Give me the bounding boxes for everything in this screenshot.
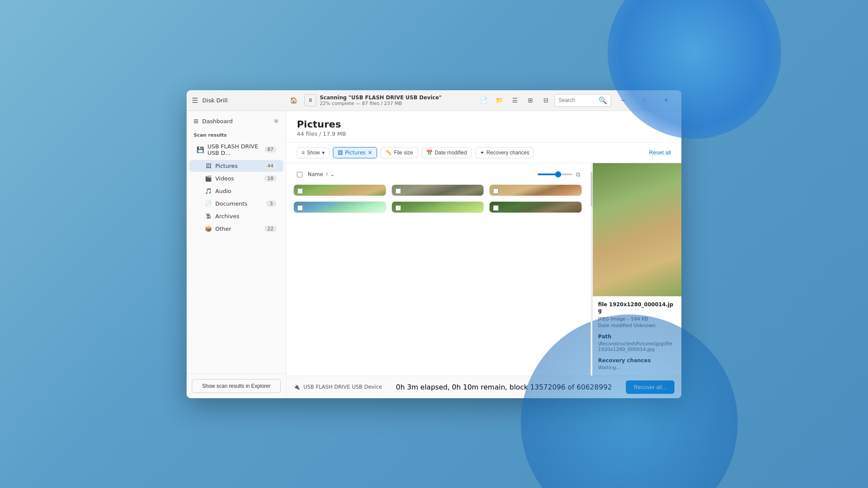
page-title: Pictures bbox=[297, 119, 671, 130]
preview-filename: file 1920x1280_000014.jpg bbox=[598, 301, 676, 314]
other-icon: 📦 bbox=[205, 226, 212, 232]
sidebar-item-usb[interactable]: 💾 USB FLASH DRIVE USB D... 87 bbox=[189, 140, 283, 159]
main-area: ⊞ Dashboard ✳ Scan results 💾 USB FLASH D… bbox=[187, 111, 681, 398]
sidebar-documents-label: Documents bbox=[215, 200, 263, 207]
sidebar-header: ⊞ Dashboard ✳ bbox=[187, 111, 286, 128]
preview-recovery-title: Recovery chances bbox=[598, 357, 676, 364]
sidebar-item-archives[interactable]: 🗜 Archives bbox=[189, 210, 283, 222]
show-label: Show bbox=[307, 150, 320, 156]
sidebar-item-documents[interactable]: 📄 Documents 3 bbox=[189, 198, 283, 210]
content-area: Pictures 44 files / 17.9 MB ≡ Show ▾ 🖼 P… bbox=[286, 111, 681, 398]
sidebar-videos-badge: 18 bbox=[264, 175, 276, 182]
sidebar-item-other[interactable]: 📦 Other 22 bbox=[189, 223, 283, 235]
sidebar-pictures-label: Pictures bbox=[215, 163, 261, 169]
sidebar-videos-label: Videos bbox=[215, 175, 261, 182]
photo-checkbox-5[interactable] bbox=[395, 205, 401, 211]
videos-icon: 🎬 bbox=[205, 175, 212, 182]
external-link-icon[interactable]: ⧉ bbox=[576, 171, 580, 178]
documents-icon: 📄 bbox=[205, 200, 212, 207]
photo-card-5[interactable]: file 1920x1280_000022.jpg bbox=[391, 201, 484, 213]
preview-path-title: Path bbox=[598, 334, 676, 340]
sidebar-archives-label: Archives bbox=[215, 213, 276, 219]
photo-checkbox-4[interactable] bbox=[297, 205, 303, 211]
reset-all-button[interactable]: Reset all bbox=[649, 149, 671, 156]
photo-checkbox-3[interactable] bbox=[493, 188, 499, 194]
pictures-filter-chip[interactable]: 🖼 Pictures ✕ bbox=[333, 147, 377, 158]
scroll-divider bbox=[591, 163, 592, 376]
preview-panel: file 1920x1280_000014.jpg JPEG Image – 5… bbox=[592, 163, 681, 376]
scan-info: Scanning "USB FLASH DRIVE USB Device" 22… bbox=[320, 95, 442, 106]
grid-view-btn[interactable]: ⊞ bbox=[523, 93, 537, 107]
sidebar-pictures-badge: 44 bbox=[264, 163, 276, 169]
photo-card-4[interactable]: file 1920x1280_000025.jpg bbox=[293, 201, 386, 213]
sidebar-item-pictures[interactable]: 🖼 Pictures 44 bbox=[189, 160, 283, 172]
scroll-thumb[interactable] bbox=[591, 172, 592, 206]
photo-label-1: file 1920x1280_000034.jpg bbox=[294, 196, 386, 196]
usb-device-label: USB FLASH DRIVE USB Device bbox=[303, 384, 382, 390]
calendar-icon: 📅 bbox=[426, 150, 433, 156]
photo-checkbox-2[interactable] bbox=[395, 188, 401, 194]
maximize-button[interactable]: □ bbox=[635, 93, 654, 107]
select-all-checkbox[interactable] bbox=[297, 172, 302, 177]
app-window: ☰ Disk Drill 🏠 ⏸ Scanning "USB FLASH DRI… bbox=[187, 90, 681, 398]
sidebar-item-videos[interactable]: 🎬 Videos 18 bbox=[189, 173, 283, 184]
sidebar-other-badge: 22 bbox=[264, 226, 276, 232]
date-modified-filter-btn[interactable]: 📅 Date modified bbox=[421, 147, 472, 158]
preview-image bbox=[593, 163, 681, 296]
photo-checkbox-6[interactable] bbox=[493, 205, 499, 211]
photo-img-5 bbox=[392, 202, 484, 213]
photo-grid: file 1920x1280_000034.jpg file 1920x1280… bbox=[293, 184, 584, 213]
photo-card-3[interactable]: file 1920x1280_000027.jpg bbox=[489, 184, 582, 196]
preview-info: file 1920x1280_000014.jpg JPEG Image – 5… bbox=[593, 296, 681, 376]
sidebar: ⊞ Dashboard ✳ Scan results 💾 USB FLASH D… bbox=[187, 111, 286, 398]
status-bar: 🔌 USB FLASH DRIVE USB Device 0h 3m elaps… bbox=[286, 376, 681, 398]
preview-path-value: \Reconstructed\Pictures\jpg\file 1920x12… bbox=[598, 341, 676, 352]
zoom-slider-area: ⧉ bbox=[538, 171, 580, 178]
sidebar-documents-badge: 3 bbox=[266, 200, 276, 207]
pictures-icon: 🖼 bbox=[205, 163, 212, 169]
home-button[interactable]: 🏠 bbox=[287, 93, 301, 107]
sidebar-item-audio[interactable]: 🎵 Audio bbox=[189, 185, 283, 197]
photo-card-6[interactable]: file 1920x1280_000019.jpg bbox=[489, 201, 582, 213]
folder-icon-btn[interactable]: 📁 bbox=[492, 93, 506, 107]
sort-name-btn[interactable]: Name ↑ ⌄ bbox=[308, 171, 335, 177]
pause-button[interactable]: ⏸ bbox=[304, 94, 316, 106]
search-input[interactable] bbox=[559, 97, 596, 103]
recover-all-button[interactable]: Recover all... bbox=[626, 380, 674, 394]
sort-bar: Name ↑ ⌄ ⧉ bbox=[293, 168, 584, 181]
recovery-chances-filter-btn[interactable]: ✦ Recovery chances bbox=[475, 147, 534, 158]
file-size-label: File size bbox=[394, 150, 413, 156]
scan-title: Scanning "USB FLASH DRIVE USB Device" bbox=[320, 95, 442, 101]
usb-icon: 🔌 bbox=[293, 384, 300, 390]
scan-results-label: Scan results bbox=[187, 128, 286, 140]
photo-card-2[interactable]: file 1920x1280_000030.jpg bbox=[391, 184, 484, 196]
titlebar-left: ☰ Disk Drill bbox=[192, 96, 287, 105]
date-modified-label: Date modified bbox=[435, 150, 467, 156]
pictures-chip-label: Pictures bbox=[345, 150, 366, 156]
preview-date-modified: Date modified Unknown bbox=[598, 323, 676, 328]
list-view-btn[interactable]: ☰ bbox=[508, 93, 522, 107]
dashboard-label[interactable]: Dashboard bbox=[202, 118, 233, 124]
show-explorer-button[interactable]: Show scan results in Explorer bbox=[192, 379, 281, 393]
show-filter-btn[interactable]: ≡ Show ▾ bbox=[297, 147, 329, 158]
search-box[interactable]: 🔍 bbox=[555, 94, 611, 107]
recovery-chances-label: Recovery chances bbox=[487, 150, 529, 156]
close-button[interactable]: ✕ bbox=[656, 93, 676, 107]
name-label: Name bbox=[308, 171, 323, 177]
star-icon: ✦ bbox=[480, 150, 484, 156]
hamburger-icon[interactable]: ☰ bbox=[192, 96, 198, 105]
sidebar-audio-label: Audio bbox=[215, 188, 276, 194]
photo-checkbox-1[interactable] bbox=[297, 188, 303, 194]
search-icon: 🔍 bbox=[598, 96, 607, 105]
file-size-filter-btn[interactable]: 📏 File size bbox=[381, 147, 418, 158]
zoom-slider[interactable] bbox=[538, 174, 572, 175]
sidebar-usb-badge: 87 bbox=[264, 146, 276, 153]
split-view-btn[interactable]: ⊟ bbox=[539, 93, 553, 107]
minimize-button[interactable]: ─ bbox=[613, 93, 633, 107]
photo-card-1[interactable]: file 1920x1280_000034.jpg bbox=[293, 184, 386, 196]
pictures-chip-close[interactable]: ✕ bbox=[368, 150, 372, 156]
titlebar: ☰ Disk Drill 🏠 ⏸ Scanning "USB FLASH DRI… bbox=[187, 90, 681, 111]
photo-label-6: file 1920x1280_000019.jpg bbox=[490, 213, 582, 213]
elapsed-time-label: 0h 3m elapsed, 0h 10m remain, block 1357… bbox=[396, 383, 612, 391]
new-file-icon-btn[interactable]: 📄 bbox=[477, 93, 490, 107]
